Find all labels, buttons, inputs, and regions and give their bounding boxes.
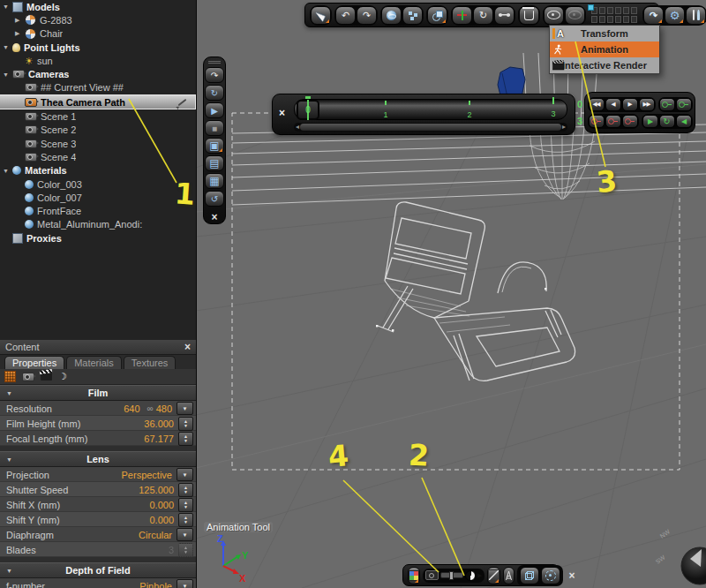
resolution-dropdown-button[interactable]	[176, 402, 193, 415]
projection-dropdown-button[interactable]	[176, 468, 193, 481]
tree-item-sun[interactable]: sun	[0, 54, 196, 67]
tree-item-models[interactable]: Models	[0, 0, 196, 13]
next-key-button[interactable]	[676, 98, 692, 111]
apply-arrow-icon[interactable]	[477, 572, 482, 579]
move-key-button[interactable]	[605, 115, 621, 128]
expand-arrow-icon[interactable]	[3, 4, 12, 10]
tree-item-g2883[interactable]: G-2883	[0, 13, 196, 26]
edit-pen-icon[interactable]	[176, 97, 188, 108]
viewport-canvas[interactable]: Z Y X NW SW	[196, 0, 706, 588]
shift-y-stepper[interactable]	[178, 513, 193, 527]
tree-item-scene3[interactable]: Scene 3	[0, 137, 196, 150]
step-back-button[interactable]	[605, 98, 621, 111]
tower-tool-button[interactable]	[503, 567, 514, 584]
reset-button[interactable]	[205, 191, 224, 207]
link-aspect-icon[interactable]	[147, 403, 154, 413]
fnumber-value[interactable]: Pinhole	[139, 581, 172, 588]
tree-item-proxies[interactable]: Proxies	[0, 231, 196, 245]
preview-window-button[interactable]	[205, 138, 224, 154]
play-animation-button[interactable]	[205, 102, 224, 118]
timeline-scrollbar[interactable]: ◂▸	[294, 123, 567, 132]
visibility-off-button[interactable]	[565, 6, 585, 25]
fnumber-dropdown-button[interactable]	[176, 579, 193, 588]
skip-end-button[interactable]	[639, 98, 655, 111]
play-button[interactable]	[642, 115, 658, 128]
resolution-height-value[interactable]: 480	[156, 403, 172, 414]
collapse-section-icon[interactable]	[6, 568, 12, 574]
diagonal-tool-button[interactable]	[487, 567, 500, 584]
diaphragm-dropdown-button[interactable]	[176, 528, 193, 541]
utilities-button[interactable]	[686, 6, 706, 25]
tool-settings-button[interactable]	[665, 6, 685, 25]
film-height-value[interactable]: 36.000	[144, 418, 174, 429]
tree-item-cameras[interactable]: Cameras	[0, 67, 196, 80]
tree-item-scene2[interactable]: Scene 2	[0, 124, 196, 137]
delete-key-button[interactable]	[622, 115, 638, 128]
environment-settings-icon[interactable]	[58, 371, 67, 382]
render-settings-icon[interactable]	[41, 373, 52, 381]
camera-settings-icon[interactable]	[22, 373, 34, 381]
camera-icon[interactable]	[425, 570, 439, 580]
tab-textures[interactable]: Textures	[124, 356, 176, 369]
timeline-track[interactable]: 0 1 2 3	[294, 99, 567, 120]
add-key-button[interactable]	[589, 115, 605, 128]
rotate-tool-button[interactable]	[473, 6, 493, 25]
move-tool-button[interactable]	[452, 6, 472, 25]
film-height-stepper[interactable]	[178, 417, 193, 431]
expand-arrow-icon[interactable]	[3, 44, 12, 50]
select-tool-button[interactable]	[311, 6, 331, 25]
tree-item-point-lights[interactable]: Point Lights	[0, 41, 196, 54]
resolution-width-value[interactable]: 640	[124, 403, 139, 414]
tab-properties[interactable]: Properties	[4, 356, 64, 369]
lens-section-header[interactable]: Lens	[0, 451, 196, 467]
tree-item-thea-camera-path[interactable]: Thea Camera Path	[0, 94, 196, 109]
dof-section-header[interactable]: Depth of Field	[0, 562, 196, 578]
menu-item-interactive-render[interactable]: Interactive Render	[550, 57, 659, 73]
visibility-on-button[interactable]	[544, 6, 564, 25]
loop-button[interactable]	[659, 115, 675, 128]
tree-item-materials[interactable]: Materials	[0, 164, 196, 177]
collapse-section-icon[interactable]	[6, 456, 12, 463]
collapse-arrow-icon[interactable]	[15, 17, 25, 24]
play-reverse-button[interactable]	[676, 115, 692, 128]
delete-button[interactable]	[519, 6, 539, 25]
collapse-section-icon[interactable]	[6, 390, 12, 396]
focal-length-stepper[interactable]	[178, 432, 193, 446]
content-close-button[interactable]: ×	[184, 342, 191, 352]
tree-item-chair[interactable]: Chair	[0, 27, 196, 41]
tree-item-scene4[interactable]: Scene 4	[0, 150, 196, 163]
tree-item-metal-aluminum[interactable]: Metal_Aluminum_Anodi:	[0, 218, 196, 231]
collapse-arrow-icon[interactable]	[15, 30, 25, 37]
drag-grip[interactable]	[208, 61, 221, 64]
film-settings-icon[interactable]	[4, 371, 16, 382]
play-cycle-button[interactable]	[205, 85, 224, 101]
menu-item-animation[interactable]: Animation	[550, 41, 659, 57]
stop-button[interactable]	[205, 120, 224, 136]
shift-x-stepper[interactable]	[178, 498, 193, 512]
shift-x-value[interactable]: 0.000	[149, 500, 174, 510]
skip-start-button[interactable]	[589, 98, 605, 111]
timeline-handle[interactable]: 0	[297, 100, 319, 120]
timeline-close-button[interactable]: ×	[279, 107, 285, 119]
frames-grid-button[interactable]	[205, 173, 224, 189]
exposure-slider[interactable]	[440, 572, 463, 578]
instances-button[interactable]	[427, 6, 447, 25]
redo-view-button[interactable]	[643, 6, 664, 25]
focal-length-value[interactable]: 67.177	[144, 433, 174, 444]
path-nodes-button[interactable]	[494, 6, 514, 25]
layer-grid[interactable]	[591, 7, 637, 23]
swing-key-button[interactable]	[205, 67, 224, 83]
color-settings-button[interactable]	[408, 567, 420, 584]
shift-y-value[interactable]: 0.000	[149, 515, 174, 525]
undo-button[interactable]	[335, 6, 356, 25]
menu-item-transform[interactable]: Transform	[550, 26, 659, 41]
expand-arrow-icon[interactable]	[3, 168, 12, 174]
render-toolbar-close-button[interactable]: ×	[568, 569, 575, 582]
diaphragm-value[interactable]: Circular	[139, 530, 172, 540]
expand-arrow-icon[interactable]	[3, 72, 12, 78]
white-balance-icon[interactable]	[465, 570, 476, 581]
tree-item-color007[interactable]: Color_007	[0, 191, 196, 204]
shutter-speed-stepper[interactable]	[178, 483, 193, 497]
projection-value[interactable]: Perspective	[122, 470, 172, 480]
save-animation-button[interactable]	[205, 155, 224, 171]
